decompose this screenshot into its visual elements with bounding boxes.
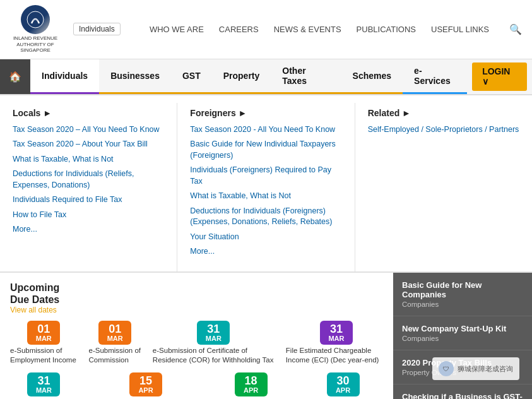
- dropdown-link[interactable]: What is Taxable, What is Not: [13, 154, 164, 165]
- date-badge: 31 MAR: [320, 321, 353, 345]
- sidebar-item-gst-check[interactable]: Checking if a Business is GST-Registered…: [393, 384, 532, 399]
- dropdown-locals-header[interactable]: Locals ►: [13, 108, 164, 118]
- watermark: 🛡 狮城保障老成咨询: [432, 357, 519, 380]
- tab-bar: 🏠 Individuals Businesses GST Property Ot…: [0, 59, 532, 95]
- view-all-dates[interactable]: View all dates: [10, 306, 387, 314]
- dropdown-link[interactable]: Tax Season 2020 - All You Need To Know: [190, 124, 341, 136]
- sidebar-item-title: New Company Start-Up Kit: [402, 324, 523, 333]
- dropdown-link[interactable]: Tax Season 2020 – All You Need To Know: [13, 124, 164, 136]
- dropdown-related-header[interactable]: Related ►: [368, 108, 519, 118]
- dropdown-foreigners: Foreigners ► Tax Season 2020 - All You N…: [177, 103, 355, 271]
- tab-individuals[interactable]: Individuals: [30, 59, 99, 94]
- sidebar-item-title: Checking if a Business is GST-Registered…: [402, 392, 523, 399]
- dropdown-link[interactable]: Individuals (Foreigners) Required to Pay…: [190, 165, 341, 187]
- tab-schemes[interactable]: Schemes: [341, 59, 403, 94]
- date-badge: 30 APR: [327, 372, 360, 396]
- nav-publications[interactable]: PUBLICATIONS: [357, 25, 416, 34]
- date-badge: 18 APR: [235, 372, 268, 396]
- nav-useful-links[interactable]: USEFUL LINKS: [431, 25, 489, 34]
- watermark-icon: 🛡: [439, 361, 454, 376]
- date-badge: 31 MAR: [27, 372, 60, 396]
- sidebar-item-title: Basic Guide for New Companies: [402, 280, 523, 299]
- date-badge: 01 MAR: [98, 321, 131, 345]
- date-badge: 01 MAR: [27, 321, 60, 345]
- dropdown-link[interactable]: More...: [13, 224, 164, 235]
- dropdown-link[interactable]: Individuals Required to File Tax: [13, 194, 164, 206]
- dates-row-2: 31 MAR Apply CRS Registration 15 APR Fil…: [10, 372, 387, 399]
- watermark-text: 狮城保障老成咨询: [458, 364, 513, 374]
- dropdown-link[interactable]: How to File Tax: [13, 210, 164, 221]
- dropdown-link[interactable]: Self-Employed / Sole-Proprietors / Partn…: [368, 124, 519, 136]
- tab-login[interactable]: LOGIN ∨: [472, 63, 527, 91]
- sidebar-item-startup-kit[interactable]: New Company Start-Up Kit Companies: [393, 316, 532, 350]
- dates-row-1: 01 MAR e-Submission of Employment Income…: [10, 321, 387, 365]
- dropdown-locals: Locals ► Tax Season 2020 – All You Need …: [0, 103, 177, 271]
- due-dates-panel: UpcomingDue Dates View all dates 01 MAR …: [0, 273, 393, 399]
- nav-who-we-are[interactable]: WHO WE ARE: [150, 25, 204, 34]
- tab-gst[interactable]: GST: [171, 59, 212, 94]
- tab-home[interactable]: 🏠: [0, 59, 30, 94]
- date-desc: File Estimated Chargeable Income (ECI) (…: [286, 346, 387, 365]
- dropdown-link[interactable]: More...: [190, 246, 341, 258]
- dropdown-related: Related ► Self-Employed / Sole-Proprieto…: [355, 103, 532, 271]
- dropdown-link[interactable]: Tax Season 2020 – About Your Tax Bill: [13, 139, 164, 150]
- breadcrumb-tag: Individuals: [73, 23, 121, 35]
- tab-eservices[interactable]: e-Services: [403, 59, 467, 94]
- dropdown-foreigners-header[interactable]: Foreigners ►: [190, 108, 341, 118]
- search-button[interactable]: 🔍: [509, 23, 522, 35]
- tab-property[interactable]: Property: [212, 59, 271, 94]
- dropdown-area: Locals ► Tax Season 2020 – All You Need …: [0, 95, 532, 273]
- main-nav: WHO WE ARE CAREERS NEWS & EVENTS PUBLICA…: [150, 23, 522, 35]
- dropdown-link[interactable]: Deductions for Individuals (Reliefs, Exp…: [13, 169, 164, 191]
- sidebar-item-sub: Companies: [402, 301, 523, 308]
- date-desc: e-Submission of Commission: [89, 346, 141, 365]
- logo-area: INLAND REVENUE AUTHORITY OF SINGAPORE: [10, 5, 61, 54]
- tab-other-taxes[interactable]: Other Taxes: [271, 59, 341, 94]
- due-dates-title: UpcomingDue Dates: [10, 282, 387, 306]
- date-badge: 15 APR: [129, 372, 162, 396]
- dropdown-link[interactable]: Basic Guide for New Individual Taxpayers…: [190, 139, 341, 161]
- sidebar-item-basic-guide[interactable]: Basic Guide for New Companies Companies: [393, 273, 532, 316]
- logo-text: INLAND REVENUE AUTHORITY OF SINGAPORE: [13, 35, 57, 54]
- date-desc: e-Submission of Certificate of Residence…: [153, 346, 275, 365]
- date-badge: 31 MAR: [197, 321, 230, 345]
- dropdown-link[interactable]: What is Taxable, What is Not: [190, 191, 341, 202]
- date-desc: e-Submission of Employment Income: [10, 346, 78, 365]
- header: INLAND REVENUE AUTHORITY OF SINGAPORE In…: [0, 0, 532, 59]
- nav-news-events[interactable]: NEWS & EVENTS: [274, 25, 341, 34]
- iras-logo: [21, 5, 50, 34]
- nav-careers[interactable]: CAREERS: [219, 25, 259, 34]
- sidebar-item-sub: Companies: [402, 335, 523, 342]
- dropdown-link[interactable]: Deductions for Individuals (Foreigners) …: [190, 206, 341, 228]
- dropdown-link[interactable]: Your Situation: [190, 232, 341, 243]
- tab-businesses[interactable]: Businesses: [99, 59, 171, 94]
